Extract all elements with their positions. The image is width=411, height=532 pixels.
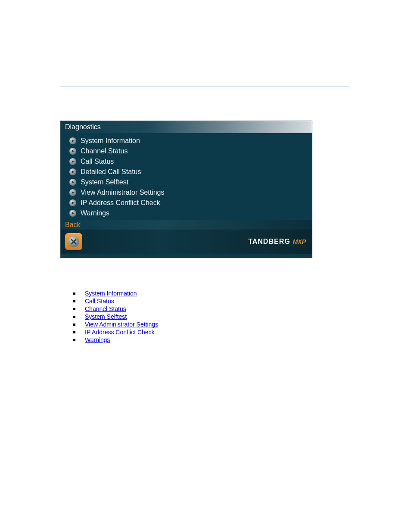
back-label: Back [65, 221, 81, 228]
menu-item-label: IP Address Conflict Check [81, 199, 160, 207]
list-item: Warnings [73, 336, 158, 344]
brand-main-text: TANDBERG [248, 238, 290, 246]
menu-item-system-selftest[interactable]: System Selftest [69, 177, 308, 187]
document-page: Diagnostics System Information Channel S… [0, 0, 411, 532]
menu-item-detailed-call-status[interactable]: Detailed Call Status [69, 167, 308, 177]
menu-item-channel-status[interactable]: Channel Status [69, 146, 308, 156]
svg-marker-0 [72, 140, 75, 142]
link-system-information[interactable]: System Information [85, 290, 137, 297]
back-label-row: Back [61, 220, 312, 230]
menu-item-label: System Information [81, 137, 140, 145]
panel-title-bar: Diagnostics [61, 121, 312, 133]
menu-item-label: Warnings [81, 209, 109, 217]
list-item: System Information [73, 289, 158, 297]
square-bullet-icon [73, 324, 75, 326]
square-bullet-icon [73, 292, 75, 295]
menu-item-ip-conflict-check[interactable]: IP Address Conflict Check [69, 198, 308, 208]
menu-item-label: Channel Status [81, 147, 128, 155]
square-bullet-icon [73, 308, 75, 310]
square-bullet-icon [73, 300, 75, 302]
svg-marker-6 [72, 202, 75, 204]
square-bullet-icon [73, 316, 75, 318]
panel-title: Diagnostics [65, 123, 101, 131]
play-icon [69, 210, 76, 217]
close-icon [68, 236, 79, 247]
list-item: Call Status [73, 297, 158, 305]
link-view-admin-settings[interactable]: View Administrator Settings [85, 321, 158, 328]
menu-item-view-admin-settings[interactable]: View Administrator Settings [69, 187, 308, 198]
link-ip-conflict-check[interactable]: IP Address Conflict Check [85, 329, 155, 336]
svg-marker-1 [72, 150, 75, 152]
play-icon [69, 158, 76, 165]
play-icon [69, 189, 76, 196]
back-button[interactable] [65, 233, 82, 250]
play-icon [69, 148, 76, 155]
link-call-status[interactable]: Call Status [85, 298, 114, 305]
menu-item-call-status[interactable]: Call Status [69, 156, 308, 167]
menu-item-label: System Selftest [81, 178, 128, 186]
svg-marker-7 [72, 212, 75, 215]
list-item: Channel Status [73, 305, 158, 313]
list-item: System Selftest [73, 313, 158, 320]
brand-logo: TANDBERG MXP [248, 238, 306, 246]
play-icon [69, 199, 76, 206]
svg-marker-3 [72, 171, 75, 173]
list-item: IP Address Conflict Check [73, 328, 158, 336]
play-icon [69, 179, 76, 186]
menu-item-label: Call Status [81, 158, 114, 165]
link-warnings[interactable]: Warnings [85, 336, 110, 343]
menu-item-system-information[interactable]: System Information [69, 136, 308, 146]
link-channel-status[interactable]: Channel Status [85, 305, 126, 312]
play-icon [69, 168, 76, 175]
svg-marker-2 [72, 160, 75, 163]
svg-marker-5 [72, 191, 75, 194]
document-links-list: System Information Call Status Channel S… [73, 289, 158, 344]
diagnostics-panel: Diagnostics System Information Channel S… [60, 121, 312, 258]
square-bullet-icon [73, 339, 75, 341]
menu-item-warnings[interactable]: Warnings [69, 208, 308, 218]
brand-sub-text: MXP [293, 238, 306, 245]
link-system-selftest[interactable]: System Selftest [85, 313, 127, 320]
play-icon [69, 137, 76, 144]
svg-marker-4 [72, 181, 75, 184]
list-item: View Administrator Settings [73, 320, 158, 328]
panel-footer: TANDBERG MXP [61, 230, 312, 254]
square-bullet-icon [73, 331, 75, 333]
menu-list: System Information Channel Status Call S… [61, 133, 312, 220]
menu-item-label: View Administrator Settings [81, 189, 164, 196]
horizontal-rule [60, 86, 350, 87]
menu-item-label: Detailed Call Status [81, 168, 141, 176]
